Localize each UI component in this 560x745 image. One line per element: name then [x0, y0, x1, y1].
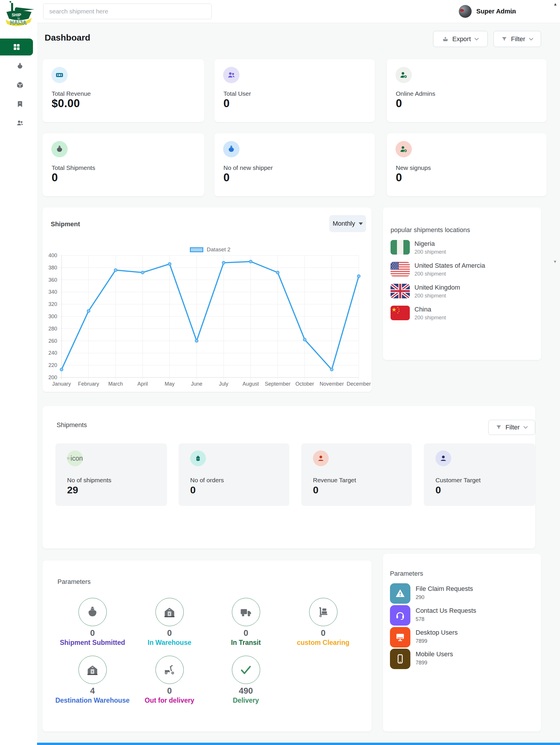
stat-card-new-shipper: No of new shipper 0	[214, 133, 375, 196]
ship-to-naija-logo: SHIP to NAIJA	[1, 1, 36, 28]
sidebar-item-bookmarks[interactable]	[14, 99, 25, 109]
stat-value: 0	[313, 484, 318, 496]
parameter-in-warehouse: 0 In Warehouse	[135, 598, 205, 647]
avatar[interactable]	[459, 5, 471, 18]
broken-image-icon: icon	[67, 450, 83, 466]
parameter-in-transit: 0 In Transit	[211, 598, 281, 647]
parameter-count: 290	[416, 594, 424, 601]
parameter-name: Mobile Users	[416, 650, 453, 658]
stat-label: Total Shipments	[51, 164, 95, 171]
chart-range-label: Monthly	[332, 220, 355, 227]
parameter-label: Out for delivery	[132, 697, 207, 705]
funnel-icon	[495, 424, 502, 430]
parameter-value: 0	[58, 628, 128, 638]
parameter-count: 578	[416, 616, 424, 622]
uk-flag-icon	[390, 284, 410, 298]
parameter-count: 7899	[416, 660, 427, 666]
parameter-destination-warehouse: 4 Destination Warehouse	[55, 656, 130, 705]
list-item-desktop-users: Desktop Users 7899	[390, 627, 536, 647]
shipments-filter-button[interactable]: Filter	[488, 420, 535, 435]
location-count: 200 shipment	[415, 271, 446, 277]
svg-text:July: July	[219, 381, 229, 387]
location-count: 200 shipment	[415, 293, 446, 299]
parameter-custom-clearing: 0 custom Clearing	[288, 598, 358, 647]
shipment-line-chart: 400380360340320300280260240220200January…	[43, 251, 372, 390]
location-count: 200 shipment	[415, 315, 446, 321]
filter-label: Filter	[505, 424, 520, 431]
stat-value: 0	[190, 484, 196, 496]
stat-label: Customer Target	[435, 477, 481, 484]
sidebar: SHIP to NAIJA	[0, 0, 37, 745]
chevron-down-icon[interactable]	[510, 10, 516, 15]
person-icon	[313, 450, 329, 466]
shipment-stat-card: Customer Target 0	[424, 444, 535, 506]
stat-card-new-signups: New signups 0	[387, 133, 547, 196]
users-icon	[16, 119, 24, 127]
warning-triangle-icon	[390, 583, 410, 604]
stat-label: New signups	[396, 164, 431, 171]
headset-icon	[390, 605, 410, 625]
stat-card-total-user: Total User 0	[214, 59, 375, 122]
parameter-name: File Claim Requests	[416, 585, 473, 593]
sidebar-item-users[interactable]	[14, 118, 25, 128]
filter-button[interactable]: Filter	[493, 31, 541, 47]
parameters-title: Parameters	[390, 570, 423, 577]
svg-text:September: September	[265, 381, 290, 387]
shipments-section-title: Shipments	[57, 421, 87, 429]
shipments-section-card: Shipments Filter icon No of shipments 29…	[43, 406, 535, 549]
filter-label: Filter	[511, 35, 525, 43]
parameter-name: Desktop Users	[416, 629, 458, 637]
sidebar-item-shipments[interactable]	[14, 61, 25, 71]
logo-text-naija: NAIJA	[10, 20, 27, 26]
delivery-scooter-icon	[155, 656, 184, 684]
users-icon	[223, 67, 240, 83]
bottom-accent-bar	[37, 743, 560, 745]
export-button[interactable]: Export	[433, 31, 488, 47]
stat-value: 0	[223, 171, 230, 184]
stat-label: No of shipments	[67, 477, 111, 484]
stat-value: 29	[67, 484, 78, 496]
stat-card-total-shipments: Total Shipments 0	[43, 133, 204, 196]
sidebar-item-packages[interactable]	[14, 80, 25, 90]
check-icon	[232, 656, 260, 684]
svg-text:200: 200	[48, 375, 57, 380]
svg-text:360: 360	[48, 277, 57, 283]
scroll-up-arrow-icon[interactable]: ▲	[553, 2, 557, 6]
chart-range-dropdown[interactable]: Monthly	[329, 215, 366, 232]
export-icon	[442, 36, 449, 43]
stat-label: No of orders	[190, 477, 224, 484]
svg-text:320: 320	[48, 301, 57, 307]
parameter-label: Shipment Submitted	[58, 639, 128, 647]
parameter-label: Destination Warehouse	[55, 697, 130, 705]
shipment-stat-card: Revenue Target 0	[301, 444, 412, 506]
popular-locations-title: popular shipments locations	[390, 226, 470, 234]
location-count: 200 shipment	[415, 249, 446, 255]
svg-text:October: October	[295, 381, 314, 387]
luggage-icon	[190, 450, 206, 466]
parameter-delivery: 490 Delivery	[208, 656, 284, 705]
list-item-uk: United Kingdom 200 shipment	[390, 284, 533, 301]
scroll-down-arrow-icon[interactable]: ▼	[553, 259, 557, 264]
svg-text:280: 280	[48, 326, 57, 332]
parameters-title: Parameters	[58, 578, 91, 586]
parameters-list-card: Parameters File Claim Requests 290 Conta…	[383, 554, 541, 732]
funnel-icon	[501, 36, 508, 42]
china-flag-icon	[390, 306, 410, 320]
svg-text:February: February	[78, 381, 99, 387]
warehouse-icon	[155, 598, 184, 626]
parameter-label: custom Clearing	[288, 639, 358, 647]
svg-text:240: 240	[48, 350, 57, 356]
svg-text:220: 220	[48, 362, 57, 368]
location-name: Nigeria	[415, 240, 435, 248]
nigeria-flag-icon	[390, 240, 410, 255]
parameter-out-for-delivery: 0 Out for delivery	[132, 656, 207, 705]
page-title: Dashboard	[45, 33, 91, 43]
location-name: China	[415, 306, 431, 313]
parameter-name: Contact Us Requests	[416, 607, 476, 615]
search-input[interactable]	[43, 3, 212, 19]
parameter-value: 0	[211, 628, 281, 638]
svg-text:March: March	[108, 381, 123, 387]
person-add-icon	[395, 141, 412, 157]
chevron-down-icon	[523, 426, 528, 429]
sidebar-item-dashboard[interactable]	[0, 38, 33, 56]
